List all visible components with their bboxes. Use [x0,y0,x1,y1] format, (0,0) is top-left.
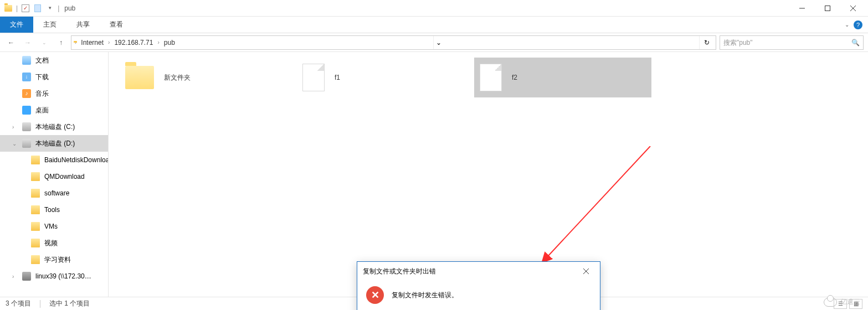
address-bar[interactable]: › Internet › 192.168.7.71 › pub ⌄ ↻ [71,35,716,50]
minimize-icon [799,6,805,11]
watermark: 亿速云 [824,297,860,307]
breadcrumb-item[interactable]: Internet [78,36,107,49]
file-item[interactable]: f1 [297,58,474,97]
tree-item[interactable]: 视频 [0,235,108,251]
item-label: f2 [512,74,517,81]
dl-icon [22,73,31,81]
expand-icon[interactable]: › [12,124,14,130]
tree-item-label: 文档 [35,56,49,65]
music-icon [22,89,31,98]
disk-icon [22,139,31,148]
tree-item-label: VMs [44,223,58,230]
status-separator [40,300,40,308]
close-icon [583,268,589,274]
desk-icon [22,106,31,115]
tree-item[interactable]: VMs [0,218,108,235]
tree-item-label: QMDownload [44,173,85,180]
item-label: 新文件夹 [164,73,191,82]
svg-line-4 [547,146,650,257]
search-box[interactable]: 🔍 [720,35,864,50]
fold-icon [31,189,40,198]
tab-view[interactable]: 查看 [100,17,133,33]
tree-item[interactable]: QMDownload [0,168,108,185]
expand-icon[interactable]: ⌄ [12,141,17,147]
nav-recent-dropdown[interactable]: ⌄ [38,36,51,49]
address-history-dropdown[interactable]: ⌄ [433,36,444,49]
tree-item-label: 下载 [35,73,49,82]
folder-item[interactable]: 新文件夹 [120,58,297,97]
nav-bar: ← → ⌄ ↑ › Internet › 192.168.7.71 › pub … [0,33,868,52]
item-label: f1 [335,74,340,81]
status-selected-count: 选中 1 个项目 [49,299,90,308]
dialog-close-button[interactable] [578,263,594,280]
fold-icon [31,239,40,247]
tree-item[interactable]: 桌面 [0,102,108,118]
error-dialog: 复制文件或文件夹时出错 ✕ 复制文件时发生错误。 确定 [357,261,600,310]
net-icon [22,272,31,281]
search-input[interactable] [723,39,851,46]
app-folder-icon [4,4,13,13]
doc-icon [22,56,31,65]
tree-item[interactable]: ›本地磁盘 (C:) [0,118,108,135]
cloud-icon [824,298,837,307]
tree-item-label: Tools [44,206,60,214]
tree-item[interactable]: 下载 [0,69,108,85]
help-icon[interactable]: ? [854,20,862,29]
breadcrumb-item[interactable]: 192.168.7.71 [111,36,156,49]
chevron-right-icon[interactable]: › [107,39,111,45]
maximize-button[interactable] [815,0,840,17]
title-bar: | ✓ ▼ | pub [0,0,868,17]
tree-item-label: 音乐 [35,89,49,99]
tree-item-label: 视频 [44,239,58,248]
ribbon-expand-icon[interactable]: ⌄ [845,22,849,28]
content-area[interactable]: 新文件夹f1f2 复制文件或文件夹时出错 ✕ 复制文件时发生错误。 确定 [109,52,868,297]
qat-properties-icon[interactable]: ✓ [21,4,30,13]
svg-rect-1 [825,6,830,11]
expand-icon[interactable]: › [12,273,14,280]
tree-item[interactable]: Tools [0,202,108,218]
disk-icon [22,122,31,131]
breadcrumb-item[interactable]: pub [161,36,178,49]
tree-item[interactable]: 文档 [0,52,108,69]
tree-item-label: software [44,189,69,197]
refresh-button[interactable]: ↻ [699,36,713,49]
maximize-icon [825,6,830,11]
close-icon [850,6,856,11]
tree-item-label: 本地磁盘 (C:) [35,122,75,132]
minimize-button[interactable] [789,0,815,17]
qat-newdoc-icon[interactable] [33,4,42,13]
tab-home[interactable]: 主页 [33,17,66,33]
file-icon [480,64,502,91]
tree-item-label: 学习资料 [44,255,71,265]
fold-icon [31,205,40,214]
tree-item[interactable]: ⌄本地磁盘 (D:) [0,135,108,152]
close-button[interactable] [840,0,866,17]
error-icon: ✕ [366,286,384,304]
file-item[interactable]: f2 [474,58,651,97]
folder-icon [125,66,154,89]
tree-item[interactable]: ›linux39 (\\172.30… [0,268,108,285]
fold-icon [31,172,40,181]
watermark-text: 亿速云 [840,297,860,307]
dialog-title: 复制文件或文件夹时出错 [363,267,436,276]
tree-item[interactable]: software [0,185,108,202]
tree-item-label: 桌面 [35,106,49,115]
fold-icon [31,156,40,164]
nav-up-button[interactable]: ↑ [54,36,68,49]
chevron-right-icon[interactable]: › [74,39,78,45]
nav-forward-button[interactable]: → [21,36,34,49]
tab-file[interactable]: 文件 [0,17,33,33]
tab-share[interactable]: 共享 [66,17,100,33]
status-item-count: 3 个项目 [6,299,31,308]
file-icon [302,64,325,91]
title-separator: | [58,4,59,12]
tree-item[interactable]: BaiduNetdiskDownload [0,152,108,168]
fold-icon [31,222,40,231]
chevron-right-icon[interactable]: › [156,39,160,45]
qat-dropdown-icon[interactable]: ▼ [45,4,54,13]
tree-item-label: linux39 (\\172.30… [35,272,91,280]
tree-item[interactable]: 音乐 [0,85,108,102]
nav-back-button[interactable]: ← [4,36,18,49]
tree-item[interactable]: 学习资料 [0,251,108,268]
annotation-arrow [540,146,656,268]
